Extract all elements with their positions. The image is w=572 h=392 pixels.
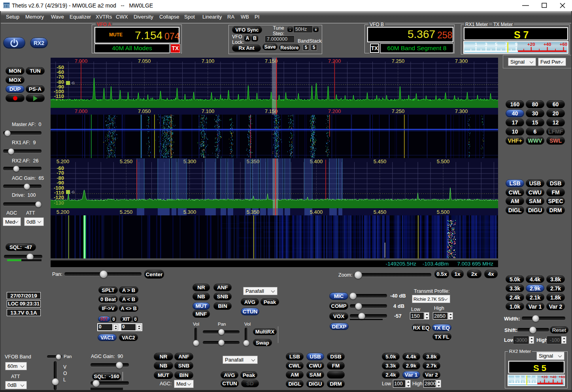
svg-text:7.200: 7.200 xyxy=(328,108,341,114)
svg-text:7.200: 7.200 xyxy=(328,58,341,64)
svg-text:3: 3 xyxy=(519,375,521,379)
svg-text:5.500: 5.500 xyxy=(437,158,450,164)
svg-text:7.100: 7.100 xyxy=(202,58,215,64)
svg-text:-G: -G xyxy=(71,190,75,194)
svg-text:7.300: 7.300 xyxy=(455,108,468,114)
svg-text:7.003 695 MHz: 7.003 695 MHz xyxy=(457,261,493,267)
svg-text:+40: +40 xyxy=(550,375,556,379)
svg-text:5.200: 5.200 xyxy=(57,158,70,164)
svg-text:1: 1 xyxy=(514,375,516,379)
svg-text:+60: +60 xyxy=(559,375,565,379)
svg-text:5.450: 5.450 xyxy=(374,209,387,215)
svg-text:-103.4dBm: -103.4dBm xyxy=(423,261,449,267)
svg-text:7.250: 7.250 xyxy=(392,108,405,114)
svg-text:9: 9 xyxy=(535,375,537,379)
svg-text:5.250: 5.250 xyxy=(120,158,133,164)
svg-text:9: 9 xyxy=(515,42,517,47)
svg-text:-G: -G xyxy=(71,81,75,85)
svg-text:7: 7 xyxy=(505,42,507,47)
svg-text:5.250: 5.250 xyxy=(120,209,133,215)
svg-text:+60: +60 xyxy=(560,42,568,47)
svg-text:7.000: 7.000 xyxy=(75,108,88,114)
svg-text:7.050: 7.050 xyxy=(138,108,151,114)
svg-text:7.300: 7.300 xyxy=(455,58,468,64)
svg-text:3: 3 xyxy=(485,42,487,47)
svg-text:+20: +20 xyxy=(541,375,547,379)
svg-text:1: 1 xyxy=(475,42,477,47)
svg-text:5.500: 5.500 xyxy=(437,209,450,215)
svg-text:5.400: 5.400 xyxy=(310,209,323,215)
svg-text:-149205.5Hz: -149205.5Hz xyxy=(386,261,417,267)
svg-text:7: 7 xyxy=(530,375,532,379)
svg-text:+20: +20 xyxy=(527,42,535,47)
svg-text:7.100: 7.100 xyxy=(202,108,215,114)
svg-text:+40: +40 xyxy=(544,42,551,47)
svg-text:7.050: 7.050 xyxy=(138,58,151,64)
svg-text:5.300: 5.300 xyxy=(183,209,196,215)
svg-text:7.000: 7.000 xyxy=(75,58,88,64)
svg-text:7.250: 7.250 xyxy=(392,58,405,64)
svg-text:5: 5 xyxy=(495,42,497,47)
svg-text:5.350: 5.350 xyxy=(247,209,260,215)
svg-text:5.200: 5.200 xyxy=(57,209,70,215)
svg-text:5.450: 5.450 xyxy=(374,158,387,164)
svg-text:-130: -130 xyxy=(54,200,64,206)
